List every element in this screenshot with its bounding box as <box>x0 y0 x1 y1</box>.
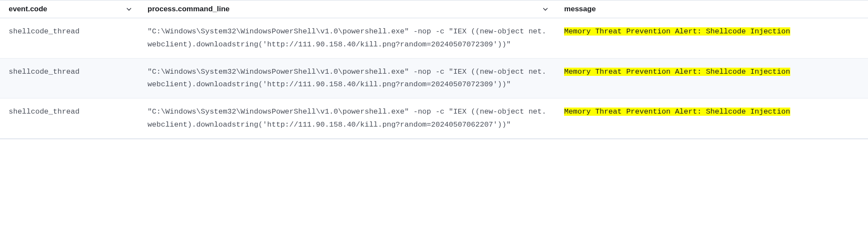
column-header-command-line[interactable]: process.command_line <box>139 0 556 18</box>
cell-event-code: shellcode_thread <box>0 18 139 59</box>
table-row: shellcode_thread "C:\Windows\System32\Wi… <box>0 58 868 98</box>
cell-message: Memory Threat Prevention Alert: Shellcod… <box>555 18 868 59</box>
cell-message: Memory Threat Prevention Alert: Shellcod… <box>555 98 868 139</box>
chevron-down-icon[interactable] <box>126 6 132 12</box>
chevron-down-icon[interactable] <box>542 6 548 12</box>
cell-event-code: shellcode_thread <box>0 58 139 98</box>
table-header-row: event.code process.command_line message <box>0 0 868 18</box>
table-body: shellcode_thread "C:\Windows\System32\Wi… <box>0 18 868 139</box>
cell-event-code: shellcode_thread <box>0 98 139 139</box>
table-row: shellcode_thread "C:\Windows\System32\Wi… <box>0 98 868 139</box>
cell-command-line: "C:\Windows\System32\WindowsPowerShell\v… <box>139 98 556 139</box>
highlighted-text: Memory Threat Prevention Alert: Shellcod… <box>564 27 790 36</box>
table-row: shellcode_thread "C:\Windows\System32\Wi… <box>0 18 868 59</box>
cell-message: Memory Threat Prevention Alert: Shellcod… <box>555 58 868 98</box>
column-label: event.code <box>9 5 47 13</box>
highlighted-text: Memory Threat Prevention Alert: Shellcod… <box>564 108 790 116</box>
column-header-message[interactable]: message <box>555 0 868 18</box>
cell-command-line: "C:\Windows\System32\WindowsPowerShell\v… <box>139 18 556 59</box>
column-label: process.command_line <box>148 5 230 13</box>
column-header-event-code[interactable]: event.code <box>0 0 139 18</box>
highlighted-text: Memory Threat Prevention Alert: Shellcod… <box>564 68 790 76</box>
data-table: event.code process.command_line message <box>0 0 868 139</box>
column-label: message <box>564 5 596 13</box>
cell-command-line: "C:\Windows\System32\WindowsPowerShell\v… <box>139 58 556 98</box>
